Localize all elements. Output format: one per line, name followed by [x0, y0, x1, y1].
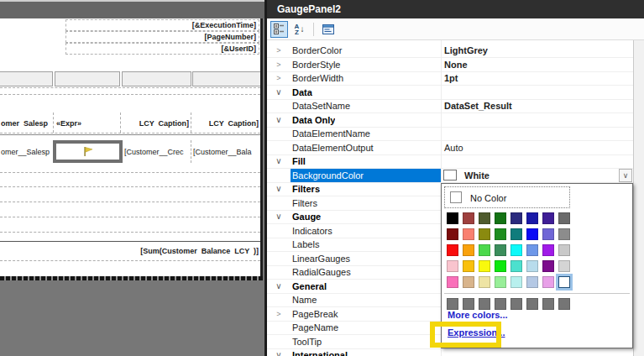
property-row-borderwidth[interactable]: >BorderWidth1pt — [267, 71, 633, 86]
palette-swatch[interactable] — [526, 244, 538, 256]
palette-swatch[interactable] — [542, 212, 554, 224]
palette-swatch[interactable] — [479, 244, 490, 256]
property-name[interactable]: DataElementName — [291, 127, 441, 140]
caption-cell-expr[interactable]: «Expr» — [56, 118, 118, 128]
property-value[interactable]: None — [441, 58, 633, 71]
table-header-cell[interactable] — [122, 71, 191, 86]
property-value[interactable]: 1pt — [441, 71, 633, 85]
textbox-user-id[interactable]: [&UserID] — [65, 43, 259, 55]
property-pages-button[interactable] — [319, 21, 337, 38]
report-page[interactable]: [&ExecutionTime] [PageNumber] [&UserID] … — [0, 18, 260, 276]
collapse-chevron-icon[interactable]: ∨ — [267, 280, 291, 293]
palette-swatch[interactable] — [463, 276, 474, 288]
property-row-bordercolor[interactable]: >BorderColorLightGrey — [267, 44, 633, 58]
custom-color-swatch[interactable] — [510, 298, 522, 310]
palette-swatch[interactable] — [447, 228, 458, 240]
property-name[interactable]: Name — [291, 293, 441, 306]
category-row-international[interactable]: ∨International — [267, 348, 633, 356]
palette-swatch[interactable] — [479, 228, 490, 240]
category-row-data[interactable]: ∨Data — [267, 86, 633, 100]
palette-swatch[interactable] — [526, 228, 538, 240]
palette-swatch[interactable] — [495, 244, 506, 256]
palette-swatch[interactable] — [447, 276, 458, 288]
palette-swatch[interactable] — [542, 228, 554, 240]
palette-swatch[interactable] — [542, 276, 554, 288]
custom-color-swatch[interactable] — [558, 298, 570, 310]
property-name[interactable]: Indicators — [291, 224, 441, 238]
palette-swatch[interactable] — [479, 212, 490, 224]
custom-color-swatch[interactable] — [479, 298, 490, 310]
collapse-chevron-icon[interactable]: ∨ — [267, 113, 291, 127]
property-name[interactable]: BorderWidth — [291, 71, 441, 85]
property-value[interactable]: White — [441, 169, 633, 182]
caption-cell-balance[interactable]: LCY Caption] — [192, 118, 259, 128]
property-value[interactable]: DataSet_Result — [441, 99, 633, 113]
property-value[interactable] — [441, 127, 633, 140]
property-name[interactable]: PageName — [291, 321, 441, 334]
custom-color-swatch[interactable] — [495, 298, 506, 310]
palette-swatch[interactable] — [542, 244, 554, 256]
property-name[interactable]: PageBreak — [291, 307, 441, 321]
palette-swatch[interactable] — [510, 276, 522, 288]
property-name[interactable]: General — [291, 280, 327, 293]
property-name[interactable]: LinearGauges — [291, 252, 441, 265]
collapse-chevron-icon[interactable]: ∨ — [267, 86, 291, 99]
palette-swatch[interactable] — [463, 212, 474, 224]
palette-swatch[interactable] — [526, 212, 538, 224]
custom-color-swatch[interactable] — [542, 298, 554, 310]
textbox-page-number[interactable]: [PageNumber] — [65, 31, 259, 43]
property-row-backgroundcolor[interactable]: BackgroundColorWhite∨ — [267, 169, 633, 183]
property-name[interactable]: Labels — [291, 238, 441, 251]
palette-swatch[interactable] — [463, 260, 474, 272]
property-name[interactable]: Data — [291, 86, 312, 99]
category-row-fill[interactable]: ∨Fill — [267, 154, 633, 169]
categorized-view-button[interactable] — [270, 21, 288, 38]
caption-cell-credit-limit[interactable]: LCY Caption] — [122, 118, 189, 128]
data-cell-credit-limit[interactable]: [Customer__Crec — [124, 147, 190, 157]
palette-swatch[interactable] — [447, 260, 458, 272]
palette-swatch[interactable] — [479, 276, 490, 288]
property-name[interactable]: BorderColor — [291, 44, 441, 57]
palette-swatch[interactable] — [558, 244, 570, 256]
property-value[interactable]: Auto — [441, 141, 633, 154]
expand-chevron-icon[interactable]: > — [267, 307, 291, 321]
palette-swatch[interactable] — [463, 228, 474, 240]
alphabetical-sort-button[interactable]: AZ↓ — [291, 21, 308, 38]
expand-chevron-icon[interactable]: > — [267, 71, 291, 85]
caption-cell-customer-salesperson[interactable]: omer Salesp — [1, 118, 52, 128]
property-name[interactable]: Gauge — [291, 210, 321, 223]
palette-swatch[interactable] — [558, 212, 570, 224]
palette-swatch[interactable] — [495, 276, 506, 288]
palette-swatch[interactable] — [495, 228, 506, 240]
collapse-chevron-icon[interactable]: ∨ — [267, 182, 291, 196]
color-dropdown-button[interactable]: ∨ — [619, 169, 632, 182]
expand-chevron-icon[interactable]: > — [267, 44, 291, 57]
palette-swatch[interactable] — [463, 244, 474, 256]
more-colors-link[interactable]: More colors... — [448, 310, 508, 320]
property-name[interactable]: Filters — [291, 182, 320, 196]
palette-swatch[interactable] — [558, 260, 570, 272]
property-value[interactable]: LightGrey — [441, 44, 633, 57]
property-name[interactable]: ToolTip — [291, 335, 441, 348]
palette-swatch[interactable] — [510, 244, 522, 256]
property-name[interactable]: DataElementOutput — [291, 141, 441, 154]
palette-swatch[interactable] — [510, 212, 522, 224]
collapse-chevron-icon[interactable]: ∨ — [267, 154, 291, 168]
palette-swatch[interactable] — [542, 260, 554, 272]
property-name[interactable]: Filters — [291, 196, 441, 210]
custom-color-swatch[interactable] — [447, 298, 458, 310]
property-row-dataelementname[interactable]: DataElementName — [267, 127, 633, 141]
palette-swatch[interactable] — [447, 244, 458, 256]
palette-swatch[interactable] — [479, 260, 490, 272]
data-cell-customer-salesperson[interactable]: omer__Salesp — [1, 147, 52, 157]
property-name[interactable]: BorderStyle — [291, 58, 441, 71]
palette-swatch[interactable] — [558, 228, 570, 240]
expand-chevron-icon[interactable]: > — [267, 58, 291, 71]
no-color-option[interactable]: No Color — [444, 186, 570, 208]
table-header-cell[interactable] — [55, 71, 120, 86]
palette-swatch[interactable] — [495, 212, 506, 224]
property-name[interactable]: Data Only — [291, 113, 335, 127]
collapse-chevron-icon[interactable]: ∨ — [267, 210, 291, 223]
category-row-data-only[interactable]: ∨Data Only — [267, 113, 633, 128]
property-name[interactable]: International — [291, 348, 348, 356]
